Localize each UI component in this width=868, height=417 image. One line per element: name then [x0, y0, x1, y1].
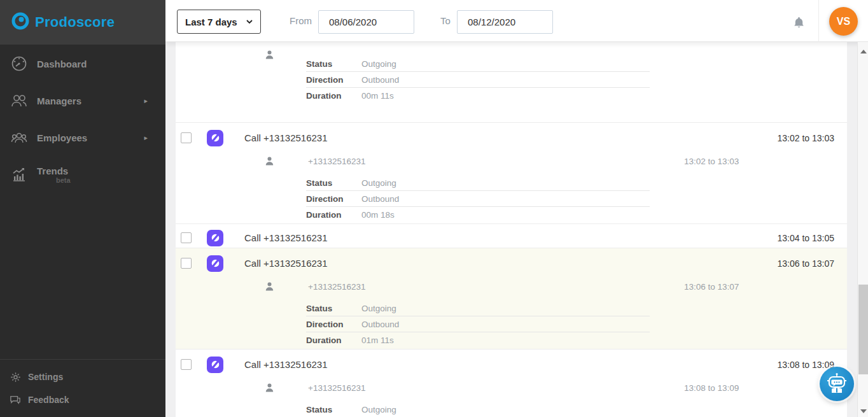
- duration-value: 00m 11s: [361, 91, 394, 101]
- sidebar-item-label-wrap: Trends beta: [37, 166, 71, 184]
- sidebar-footer: Settings Feedback: [0, 359, 165, 417]
- call-row: Call +13132516231 13:08 to 13:09 +131325…: [176, 350, 847, 417]
- call-row: Call +13132516231 13:02 to 13:03 +131325…: [176, 123, 847, 224]
- row-checkbox[interactable]: [181, 258, 192, 269]
- detail-row-status: Status Outgoing: [306, 56, 650, 72]
- sidebar-item-label: Feedback: [28, 395, 69, 405]
- contact-line: +13132516231 13:08 to 13:09: [176, 380, 847, 395]
- row-checkbox[interactable]: [181, 232, 192, 243]
- date-range-value: Last 7 days: [185, 17, 246, 27]
- chevron-right-icon: ▸: [144, 97, 148, 105]
- status-value: Outgoing: [361, 59, 396, 69]
- app-window: Prodoscore Dashboard: [0, 0, 868, 417]
- call-details: Status Outgoing Direction Outbound: [306, 402, 650, 417]
- scrollbar-up-arrow-icon[interactable]: [860, 50, 867, 53]
- detail-row-duration: Duration 00m 11s: [306, 88, 650, 104]
- contact-time-range: 13:08 to 13:09: [684, 383, 739, 393]
- contact-number: +13132516231: [308, 282, 365, 292]
- duration-label: Duration: [306, 91, 361, 101]
- person-icon: [265, 282, 274, 291]
- chatbot-button[interactable]: [820, 367, 854, 401]
- status-label: Status: [306, 304, 361, 313]
- direction-label: Direction: [306, 194, 361, 204]
- scrollbar-down-arrow-icon[interactable]: [860, 409, 867, 413]
- notifications-bell-icon[interactable]: [790, 14, 807, 31]
- sidebar-item-label: Employees: [37, 132, 87, 143]
- call-time-range: 13:02 to 13:03: [777, 133, 834, 143]
- direction-label: Direction: [306, 75, 361, 85]
- contact-time-range: 13:02 to 13:03: [684, 157, 739, 166]
- contact-time-range: 13:06 to 13:07: [684, 282, 739, 292]
- date-range-select[interactable]: Last 7 days: [177, 10, 261, 34]
- sidebar-header: Prodoscore: [0, 0, 165, 45]
- beta-badge: beta: [56, 176, 71, 184]
- feedback-icon: [9, 393, 22, 406]
- call-row-header[interactable]: Call +13132516231 13:04 to 13:05: [176, 224, 847, 248]
- sidebar-item-feedback[interactable]: Feedback: [0, 390, 165, 409]
- duration-label: Duration: [306, 336, 361, 345]
- contact-number: +13132516231: [308, 157, 365, 166]
- vertical-scrollbar[interactable]: [857, 42, 868, 417]
- status-label: Status: [306, 178, 361, 188]
- sidebar-item-label: Dashboard: [37, 59, 87, 69]
- sidebar-item-label: Trends: [37, 166, 68, 176]
- status-value: Outgoing: [361, 178, 396, 188]
- call-details: Status Outgoing Direction Outbound Durat…: [306, 300, 650, 348]
- row-checkbox[interactable]: [181, 359, 192, 370]
- call-row-partial[interactable]: Status Outgoing Direction Outbound Durat…: [176, 56, 847, 123]
- sidebar-item-label: Managers: [37, 95, 81, 106]
- row-checkbox[interactable]: [181, 132, 192, 143]
- detail-row-status: Status Outgoing: [306, 300, 650, 316]
- sidebar-nav: Dashboard Managers ▸: [0, 45, 165, 185]
- prodoscore-logo-icon: [11, 12, 29, 32]
- call-title: Call +13132516231: [244, 132, 328, 143]
- status-value: Outgoing: [361, 405, 396, 414]
- call-row: Call +13132516231 13:04 to 13:05: [176, 224, 847, 248]
- user-avatar[interactable]: VS: [829, 7, 858, 36]
- gauge-icon: [10, 55, 28, 73]
- duration-value: 01m 11s: [361, 336, 394, 345]
- detail-row-status: Status Outgoing: [306, 402, 650, 417]
- person-icon: [265, 383, 274, 392]
- topbar: Last 7 days From To VS: [165, 0, 868, 42]
- from-date-input[interactable]: [318, 10, 414, 34]
- detail-row-direction: Direction Outbound: [306, 72, 650, 88]
- sidebar-item-label: Settings: [28, 372, 63, 382]
- call-row-header[interactable]: Call +13132516231 13:06 to 13:07: [176, 248, 847, 272]
- call-title: Call +13132516231: [244, 359, 328, 370]
- sidebar-item-trends[interactable]: Trends beta: [0, 164, 165, 185]
- call-log-card: Status Outgoing Direction Outbound Durat…: [176, 42, 847, 417]
- to-date-input[interactable]: [457, 10, 553, 34]
- call-row-header[interactable]: Call +13132516231 13:02 to 13:03: [176, 123, 847, 147]
- contact-line: +13132516231 13:02 to 13:03: [176, 153, 847, 169]
- call-title: Call +13132516231: [244, 258, 328, 269]
- trends-icon: [10, 166, 28, 183]
- detail-row-direction: Direction Outbound: [306, 316, 650, 332]
- detail-row-direction: Direction Outbound: [306, 191, 650, 207]
- chevron-down-icon: [246, 20, 253, 24]
- contact-line: +13132516231 13:06 to 13:07: [176, 279, 847, 294]
- to-label: To: [440, 15, 451, 26]
- sidebar-item-settings[interactable]: Settings: [0, 367, 165, 386]
- sidebar-item-employees[interactable]: Employees ▸: [0, 127, 165, 148]
- duration-value: 00m 18s: [361, 210, 395, 220]
- robot-icon: [824, 371, 850, 397]
- status-label: Status: [306, 405, 361, 414]
- duration-label: Duration: [306, 210, 361, 220]
- logo-text: Prodoscore: [35, 14, 115, 31]
- detail-row-duration: Duration 01m 11s: [306, 332, 650, 348]
- person-icon: [265, 157, 274, 166]
- detail-row-duration: Duration 00m 18s: [306, 207, 650, 223]
- prodoscore-logo[interactable]: Prodoscore: [11, 12, 115, 32]
- scrollbar-thumb[interactable]: [858, 285, 868, 374]
- call-title: Call +13132516231: [244, 232, 328, 243]
- status-value: Outgoing: [361, 304, 396, 313]
- sidebar-item-managers[interactable]: Managers ▸: [0, 90, 165, 111]
- call-row-header[interactable]: Call +13132516231 13:08 to 13:09: [176, 350, 847, 374]
- call-details: Status Outgoing Direction Outbound Durat…: [306, 175, 650, 223]
- direction-value: Outbound: [361, 194, 399, 204]
- sidebar-item-dashboard[interactable]: Dashboard: [0, 53, 165, 74]
- call-icon: [207, 255, 223, 272]
- direction-label: Direction: [306, 320, 361, 329]
- from-label: From: [290, 15, 312, 26]
